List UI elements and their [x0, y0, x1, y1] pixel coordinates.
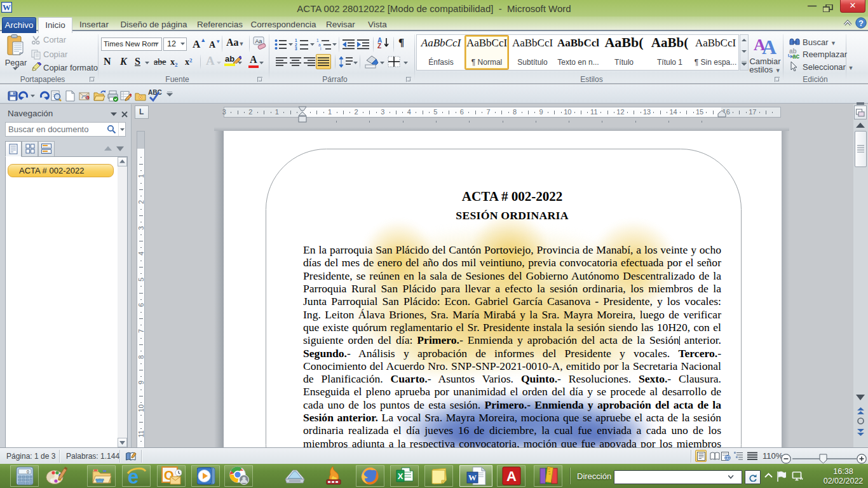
svg-text:0: 0: [27, 470, 29, 474]
svg-text:X: X: [398, 471, 403, 481]
svg-text:i: i: [320, 46, 321, 50]
svg-text:Aa: Aa: [255, 38, 262, 44]
svg-text:W: W: [3, 3, 11, 12]
svg-text:?: ?: [858, 18, 864, 28]
svg-text:W: W: [468, 473, 477, 482]
svg-text:ABC: ABC: [148, 89, 162, 96]
svg-text:3: 3: [295, 46, 297, 50]
svg-text:A: A: [506, 468, 517, 484]
svg-text:A: A: [762, 36, 776, 55]
